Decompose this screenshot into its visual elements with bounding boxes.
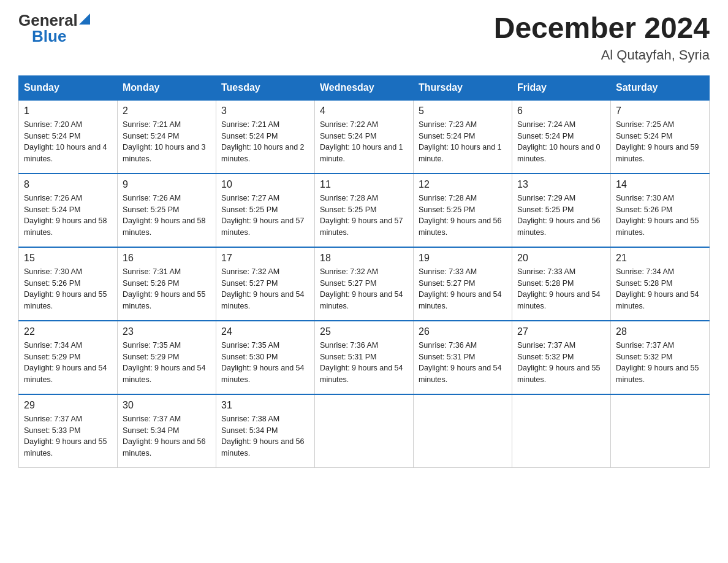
col-wednesday: Wednesday [315, 75, 414, 100]
calendar-cell: 27 Sunrise: 7:37 AM Sunset: 5:32 PM Dayl… [512, 321, 611, 394]
day-number: 20 [517, 253, 605, 264]
day-info: Sunrise: 7:35 AM Sunset: 5:30 PM Dayligh… [221, 340, 309, 386]
day-info: Sunrise: 7:37 AM Sunset: 5:32 PM Dayligh… [616, 340, 704, 386]
day-info: Sunrise: 7:23 AM Sunset: 5:24 PM Dayligh… [419, 119, 507, 165]
calendar-cell: 24 Sunrise: 7:35 AM Sunset: 5:30 PM Dayl… [216, 321, 315, 394]
day-number: 28 [616, 326, 704, 337]
calendar-cell: 17 Sunrise: 7:32 AM Sunset: 5:27 PM Dayl… [216, 247, 315, 321]
col-sunday: Sunday [19, 75, 118, 100]
calendar-cell: 29 Sunrise: 7:37 AM Sunset: 5:33 PM Dayl… [19, 394, 118, 468]
day-info: Sunrise: 7:30 AM Sunset: 5:26 PM Dayligh… [24, 266, 112, 312]
calendar-cell: 11 Sunrise: 7:28 AM Sunset: 5:25 PM Dayl… [315, 174, 414, 247]
calendar-cell: 20 Sunrise: 7:33 AM Sunset: 5:28 PM Dayl… [512, 247, 611, 321]
day-info: Sunrise: 7:36 AM Sunset: 5:31 PM Dayligh… [419, 340, 507, 386]
calendar-cell: 6 Sunrise: 7:24 AM Sunset: 5:24 PM Dayli… [512, 100, 611, 174]
day-info: Sunrise: 7:21 AM Sunset: 5:24 PM Dayligh… [123, 119, 211, 165]
col-thursday: Thursday [414, 75, 512, 100]
day-number: 8 [24, 179, 112, 190]
day-info: Sunrise: 7:24 AM Sunset: 5:24 PM Dayligh… [517, 119, 605, 165]
day-info: Sunrise: 7:21 AM Sunset: 5:24 PM Dayligh… [221, 119, 309, 165]
day-number: 19 [419, 253, 507, 264]
day-info: Sunrise: 7:32 AM Sunset: 5:27 PM Dayligh… [320, 266, 408, 312]
day-number: 1 [24, 105, 112, 117]
logo-blue-text: Blue [32, 28, 66, 44]
day-number: 13 [517, 179, 605, 190]
day-info: Sunrise: 7:27 AM Sunset: 5:25 PM Dayligh… [221, 193, 309, 239]
day-info: Sunrise: 7:33 AM Sunset: 5:27 PM Dayligh… [419, 266, 507, 312]
calendar-cell: 25 Sunrise: 7:36 AM Sunset: 5:31 PM Dayl… [315, 321, 414, 394]
day-number: 23 [123, 326, 211, 337]
title-section: December 2024 Al Qutayfah, Syria [494, 12, 710, 63]
calendar-cell: 31 Sunrise: 7:38 AM Sunset: 5:34 PM Dayl… [216, 394, 315, 468]
col-tuesday: Tuesday [216, 75, 315, 100]
calendar-cell: 28 Sunrise: 7:37 AM Sunset: 5:32 PM Dayl… [611, 321, 710, 394]
day-number: 16 [123, 253, 211, 264]
day-number: 9 [123, 179, 211, 190]
day-number: 26 [419, 326, 507, 337]
day-number: 21 [616, 253, 704, 264]
day-number: 15 [24, 253, 112, 264]
col-monday: Monday [118, 75, 216, 100]
day-info: Sunrise: 7:37 AM Sunset: 5:32 PM Dayligh… [517, 340, 605, 386]
calendar-cell [414, 394, 512, 468]
day-number: 14 [616, 179, 704, 190]
calendar-cell: 22 Sunrise: 7:34 AM Sunset: 5:29 PM Dayl… [19, 321, 118, 394]
day-number: 25 [320, 326, 408, 337]
day-info: Sunrise: 7:26 AM Sunset: 5:24 PM Dayligh… [24, 193, 112, 239]
calendar-week-1: 1 Sunrise: 7:20 AM Sunset: 5:24 PM Dayli… [19, 100, 710, 174]
day-info: Sunrise: 7:29 AM Sunset: 5:25 PM Dayligh… [517, 193, 605, 239]
calendar-week-4: 22 Sunrise: 7:34 AM Sunset: 5:29 PM Dayl… [19, 321, 710, 394]
main-title: December 2024 [494, 12, 710, 45]
day-info: Sunrise: 7:22 AM Sunset: 5:24 PM Dayligh… [320, 119, 408, 165]
calendar-header: Sunday Monday Tuesday Wednesday Thursday… [19, 75, 710, 100]
calendar-cell: 26 Sunrise: 7:36 AM Sunset: 5:31 PM Dayl… [414, 321, 512, 394]
day-info: Sunrise: 7:34 AM Sunset: 5:29 PM Dayligh… [24, 340, 112, 386]
calendar-body: 1 Sunrise: 7:20 AM Sunset: 5:24 PM Dayli… [19, 100, 710, 468]
logo: General Blue [18, 12, 90, 44]
day-number: 3 [221, 105, 309, 117]
day-number: 5 [419, 105, 507, 117]
day-info: Sunrise: 7:33 AM Sunset: 5:28 PM Dayligh… [517, 266, 605, 312]
calendar-cell: 3 Sunrise: 7:21 AM Sunset: 5:24 PM Dayli… [216, 100, 315, 174]
calendar-cell: 1 Sunrise: 7:20 AM Sunset: 5:24 PM Dayli… [19, 100, 118, 174]
day-number: 2 [123, 105, 211, 117]
day-info: Sunrise: 7:28 AM Sunset: 5:25 PM Dayligh… [320, 193, 408, 239]
col-friday: Friday [512, 75, 611, 100]
calendar-cell: 7 Sunrise: 7:25 AM Sunset: 5:24 PM Dayli… [611, 100, 710, 174]
day-number: 10 [221, 179, 309, 190]
logo-triangle-icon [79, 13, 90, 25]
calendar-cell: 23 Sunrise: 7:35 AM Sunset: 5:29 PM Dayl… [118, 321, 216, 394]
calendar-cell: 12 Sunrise: 7:28 AM Sunset: 5:25 PM Dayl… [414, 174, 512, 247]
day-number: 22 [24, 326, 112, 337]
day-info: Sunrise: 7:26 AM Sunset: 5:25 PM Dayligh… [123, 193, 211, 239]
day-number: 29 [24, 400, 112, 411]
svg-marker-0 [79, 13, 90, 25]
day-number: 27 [517, 326, 605, 337]
header-row: Sunday Monday Tuesday Wednesday Thursday… [19, 75, 710, 100]
day-info: Sunrise: 7:36 AM Sunset: 5:31 PM Dayligh… [320, 340, 408, 386]
day-info: Sunrise: 7:28 AM Sunset: 5:25 PM Dayligh… [419, 193, 507, 239]
calendar-week-5: 29 Sunrise: 7:37 AM Sunset: 5:33 PM Dayl… [19, 394, 710, 468]
calendar-cell: 30 Sunrise: 7:37 AM Sunset: 5:34 PM Dayl… [118, 394, 216, 468]
day-info: Sunrise: 7:31 AM Sunset: 5:26 PM Dayligh… [123, 266, 211, 312]
day-info: Sunrise: 7:34 AM Sunset: 5:28 PM Dayligh… [616, 266, 704, 312]
day-number: 31 [221, 400, 309, 411]
day-info: Sunrise: 7:20 AM Sunset: 5:24 PM Dayligh… [24, 119, 112, 165]
day-number: 4 [320, 105, 408, 117]
day-info: Sunrise: 7:30 AM Sunset: 5:26 PM Dayligh… [616, 193, 704, 239]
day-info: Sunrise: 7:25 AM Sunset: 5:24 PM Dayligh… [616, 119, 704, 165]
subtitle: Al Qutayfah, Syria [494, 47, 710, 63]
calendar-cell: 2 Sunrise: 7:21 AM Sunset: 5:24 PM Dayli… [118, 100, 216, 174]
calendar-table: Sunday Monday Tuesday Wednesday Thursday… [18, 75, 710, 469]
calendar-cell: 13 Sunrise: 7:29 AM Sunset: 5:25 PM Dayl… [512, 174, 611, 247]
day-number: 18 [320, 253, 408, 264]
col-saturday: Saturday [611, 75, 710, 100]
calendar-cell: 18 Sunrise: 7:32 AM Sunset: 5:27 PM Dayl… [315, 247, 414, 321]
calendar-cell: 14 Sunrise: 7:30 AM Sunset: 5:26 PM Dayl… [611, 174, 710, 247]
calendar-cell: 4 Sunrise: 7:22 AM Sunset: 5:24 PM Dayli… [315, 100, 414, 174]
calendar-week-2: 8 Sunrise: 7:26 AM Sunset: 5:24 PM Dayli… [19, 174, 710, 247]
calendar-cell: 21 Sunrise: 7:34 AM Sunset: 5:28 PM Dayl… [611, 247, 710, 321]
day-number: 11 [320, 179, 408, 190]
calendar-week-3: 15 Sunrise: 7:30 AM Sunset: 5:26 PM Dayl… [19, 247, 710, 321]
calendar-cell: 15 Sunrise: 7:30 AM Sunset: 5:26 PM Dayl… [19, 247, 118, 321]
